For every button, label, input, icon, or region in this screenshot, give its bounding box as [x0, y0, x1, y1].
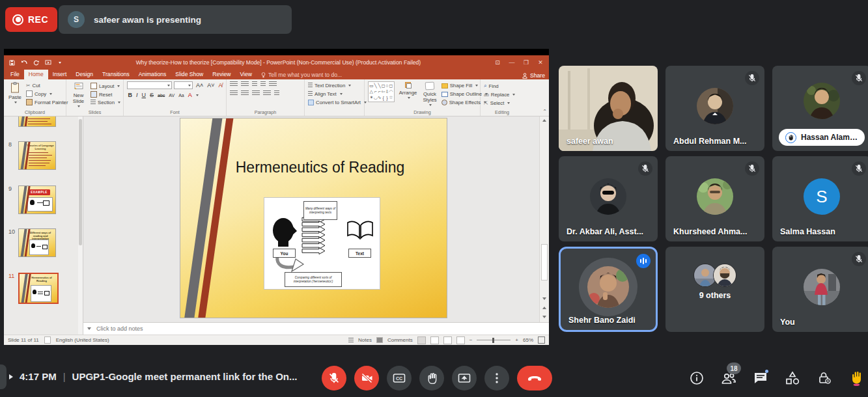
tab-animations[interactable]: Animations: [134, 70, 171, 79]
shape-gallery[interactable]: ▭╲╲◻○◻ △⌐⌐⇦⇩◠ ✶◡∿{}☆: [368, 81, 395, 102]
raise-hand-button[interactable]: [419, 366, 444, 390]
find-button[interactable]: ⌕Find: [484, 83, 515, 89]
redo-icon[interactable]: [33, 60, 39, 66]
normal-view-button[interactable]: [417, 336, 426, 344]
qat-customize-icon[interactable]: [59, 62, 61, 64]
tab-review[interactable]: Review: [208, 70, 235, 79]
scroll-down-icon[interactable]: [542, 297, 546, 300]
paste-button[interactable]: Paste: [7, 81, 23, 109]
align-text-button[interactable]: Align Text: [308, 91, 367, 97]
thumbnail-slide-8[interactable]: 8 Theories of Language Learning: [4, 141, 56, 170]
strikethrough-button[interactable]: S: [149, 92, 155, 98]
thumbnail-scrollbar[interactable]: [78, 116, 83, 335]
chat-button[interactable]: [753, 368, 768, 388]
underline-button[interactable]: U: [141, 92, 147, 98]
host-controls-button[interactable]: [817, 368, 832, 388]
start-from-beginning-icon[interactable]: [45, 60, 51, 66]
layout-button[interactable]: Layout: [91, 83, 120, 89]
reset-button[interactable]: Reset: [91, 91, 120, 98]
participant-tile-hassan-alamgir[interactable]: Hassan Alamg...: [772, 66, 868, 151]
participant-tile-others[interactable]: 9 others: [665, 247, 764, 332]
collapse-ribbon-icon[interactable]: ⌃: [542, 109, 547, 115]
spellcheck-icon[interactable]: [44, 336, 51, 344]
text-direction-button[interactable]: Text Direction: [308, 83, 367, 89]
change-case-button[interactable]: Aa: [178, 93, 186, 98]
participant-tile-shehr-bano-zaidi[interactable]: Shehr Bano Zaidi: [559, 247, 658, 332]
line-spacing-icon[interactable]: [269, 81, 277, 87]
ppt-share-button[interactable]: Share: [522, 72, 545, 79]
slide-11[interactable]: Hermeneutics of Reading: [180, 118, 447, 318]
comments-toggle[interactable]: Comments: [387, 337, 413, 343]
zoom-level[interactable]: 65%: [523, 337, 533, 343]
clear-formatting-icon[interactable]: A̸: [217, 82, 223, 89]
columns-icon[interactable]: [274, 90, 279, 96]
tab-transitions[interactable]: Transitions: [98, 70, 134, 79]
tab-home[interactable]: Home: [24, 70, 48, 79]
minimize-icon[interactable]: —: [505, 59, 519, 66]
participants-button[interactable]: 18: [721, 368, 736, 388]
quick-access-toolbar[interactable]: [4, 60, 66, 66]
slide-thumbnail-panel[interactable]: 8 Theories of Language Learning 9 EXAMPL…: [4, 116, 83, 335]
participant-tile-salma-hassan[interactable]: S Salma Hassan: [772, 156, 868, 241]
arrange-button[interactable]: Arrange: [398, 81, 419, 109]
quick-styles-button[interactable]: Quick Styles: [421, 81, 438, 109]
previous-slide-icon[interactable]: [542, 307, 546, 309]
expand-arrow-icon[interactable]: [9, 374, 13, 379]
notes-pane[interactable]: Click to add notes: [83, 322, 549, 335]
scrollbar-thumb[interactable]: [541, 244, 548, 281]
reading-view-button[interactable]: [443, 336, 452, 344]
restore-icon[interactable]: ❐: [519, 59, 533, 66]
tab-file[interactable]: File: [6, 70, 24, 79]
leave-call-button[interactable]: [517, 366, 552, 390]
zoom-slider[interactable]: [477, 340, 511, 340]
new-slide-button[interactable]: New Slide: [70, 81, 87, 109]
notes-collapse-icon[interactable]: [87, 327, 91, 330]
font-size-select[interactable]: [174, 81, 193, 89]
indent-decrease-icon[interactable]: [252, 81, 257, 87]
section-button[interactable]: Section: [91, 100, 120, 105]
thumbnail-slide-7-partial[interactable]: [4, 116, 56, 127]
scroll-up-icon[interactable]: [542, 119, 546, 122]
increase-font-icon[interactable]: A˄: [195, 82, 204, 89]
participant-tile-you[interactable]: You: [772, 247, 868, 332]
zoom-in-icon[interactable]: +: [515, 337, 518, 343]
meeting-name[interactable]: UPGP1-Google meet permanent link for the…: [72, 371, 298, 382]
slide-canvas[interactable]: Hermeneutics of Reading: [83, 116, 549, 322]
notes-toggle[interactable]: Notes: [358, 337, 372, 343]
align-center-icon[interactable]: [241, 90, 249, 96]
tell-me-box[interactable]: Tell me what you want to do...: [257, 70, 346, 79]
language-status[interactable]: English (United States): [56, 337, 109, 343]
justify-icon[interactable]: [263, 90, 271, 96]
meeting-details-button[interactable]: [689, 368, 705, 388]
copy-button[interactable]: Copy: [26, 90, 68, 97]
participant-tile-abdul-rehman[interactable]: Abdul Rehman M...: [665, 66, 764, 151]
convert-smartart-button[interactable]: Convert to SmartArt: [308, 100, 367, 105]
next-slide-icon[interactable]: [542, 316, 546, 318]
ribbon-display-options-icon[interactable]: ⊡: [490, 59, 505, 66]
thumbnail-slide-9[interactable]: 9 EXAMPLE: [4, 185, 56, 214]
slide-sorter-view-button[interactable]: [430, 336, 439, 344]
slideshow-view-button[interactable]: [456, 336, 465, 344]
format-painter-button[interactable]: Format Painter: [26, 99, 68, 105]
italic-button[interactable]: I: [135, 92, 139, 98]
close-icon[interactable]: ✕: [533, 59, 548, 66]
thumbnail-slide-11-selected[interactable]: 11 Hermeneutics of Reading: [4, 273, 59, 304]
save-icon[interactable]: [9, 60, 15, 66]
slide-vertical-scrollbar[interactable]: [539, 116, 549, 322]
participant-tile-akbar-ali[interactable]: Dr. Akbar Ali, Asst...: [559, 156, 658, 241]
hand-raised-notification-icon[interactable]: [848, 368, 864, 388]
activities-button[interactable]: [785, 368, 800, 388]
more-options-button[interactable]: [484, 366, 509, 390]
subscript-button[interactable]: abc: [157, 93, 166, 98]
cut-button[interactable]: ✂Cut: [26, 83, 68, 89]
numbering-icon[interactable]: [241, 81, 249, 87]
bold-button[interactable]: B: [127, 92, 133, 98]
align-right-icon[interactable]: [252, 90, 260, 96]
tab-view[interactable]: View: [235, 70, 256, 79]
font-color-button[interactable]: A: [187, 92, 193, 98]
presenter-banner[interactable]: S safeer awan is presenting: [59, 5, 292, 34]
bullets-icon[interactable]: [230, 81, 238, 87]
fit-slide-icon[interactable]: [538, 336, 545, 344]
tab-insert[interactable]: Insert: [48, 70, 72, 79]
camera-toggle-button[interactable]: [354, 366, 379, 390]
